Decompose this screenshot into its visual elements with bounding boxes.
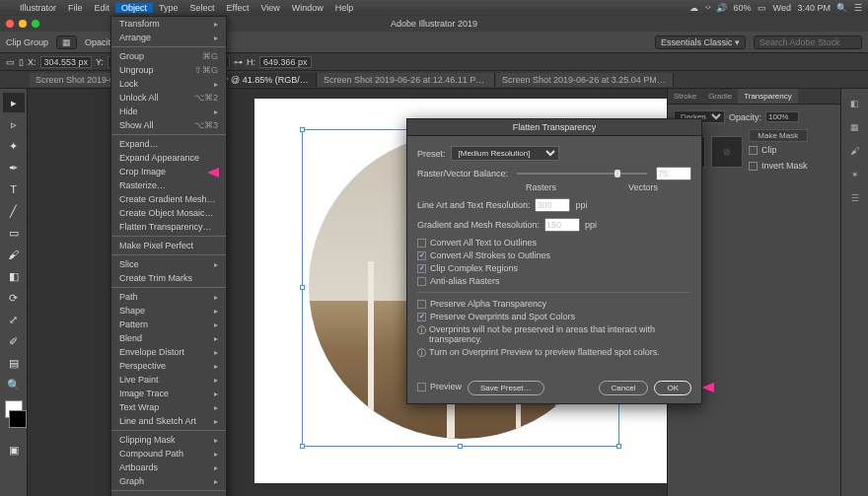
- menuitem-expand-appearance: Expand Appearance: [111, 151, 226, 165]
- menu-window[interactable]: Window: [286, 3, 329, 13]
- menu-object[interactable]: Object: [115, 3, 153, 13]
- magic-wand-tool[interactable]: ✦: [3, 136, 25, 156]
- scale-tool[interactable]: ⤢: [3, 310, 25, 329]
- menuitem-create-object-mosaic-[interactable]: Create Object Mosaic…: [111, 206, 226, 220]
- menuitem-create-gradient-mesh-[interactable]: Create Gradient Mesh…: [111, 192, 226, 206]
- brush-tool[interactable]: 🖌: [3, 245, 25, 264]
- menuitem-image-trace[interactable]: Image Trace: [111, 387, 226, 400]
- menu-view[interactable]: View: [254, 3, 285, 13]
- make-mask-button[interactable]: Make Mask: [749, 129, 808, 142]
- ok-button[interactable]: OK: [654, 381, 691, 395]
- menuitem-hide[interactable]: Hide: [111, 105, 226, 118]
- menuitem-expand-[interactable]: Expand…: [111, 137, 226, 151]
- type-tool[interactable]: T: [3, 179, 25, 199]
- menu-file[interactable]: File: [62, 3, 89, 13]
- convert-strokes-checkbox[interactable]: ✓: [417, 251, 426, 260]
- doc-tab[interactable]: Screen Shot 2019-06-26 at 12.46.11 PM.pn…: [318, 73, 495, 87]
- preserve-alpha-checkbox[interactable]: [417, 300, 426, 309]
- invert-checkbox[interactable]: [749, 162, 758, 171]
- rotate-tool[interactable]: ⟳: [3, 288, 25, 308]
- menuitem-live-paint[interactable]: Live Paint: [111, 373, 226, 387]
- antialias-checkbox[interactable]: [417, 277, 426, 286]
- eraser-tool[interactable]: ◧: [3, 266, 25, 286]
- menuitem-arrange[interactable]: Arrange: [111, 31, 226, 44]
- menuitem-path[interactable]: Path: [111, 290, 226, 304]
- menu-illustrator[interactable]: Illustrator: [14, 3, 62, 13]
- preserve-overprints-checkbox[interactable]: ✓: [417, 313, 426, 321]
- opacity-field[interactable]: [765, 111, 799, 122]
- workspace-switcher[interactable]: Essentials Classic ▾: [655, 35, 746, 49]
- lineart-res-field[interactable]: [535, 198, 570, 212]
- menuitem-group[interactable]: Group⌘G: [111, 49, 226, 63]
- info-icon: ⓘ: [417, 324, 426, 344]
- menuitem-make-pixel-perfect[interactable]: Make Pixel Perfect: [111, 239, 226, 252]
- tool-panel: ▸ ▹ ✦ ✒ T ╱ ▭ 🖌 ◧ ⟳ ⤢ ✐ ▤ 🔍 ▣: [0, 89, 28, 496]
- menuitem-pattern[interactable]: Pattern: [111, 318, 226, 331]
- menuitem-text-wrap[interactable]: Text Wrap: [111, 400, 226, 414]
- h-field[interactable]: 649.366 px: [259, 56, 312, 68]
- menu-effect[interactable]: Effect: [221, 3, 255, 13]
- battery-icon: ▭: [758, 3, 766, 13]
- preview-checkbox[interactable]: [417, 383, 426, 391]
- panel-tab-transparency[interactable]: Transparency: [738, 89, 798, 104]
- menuitem-lock[interactable]: Lock: [111, 77, 226, 91]
- menuitem-envelope-distort[interactable]: Envelope Distort: [111, 345, 226, 359]
- selection-tool[interactable]: ▸: [3, 93, 25, 112]
- mask-thumb[interactable]: ⊘: [711, 136, 743, 168]
- layers-icon[interactable]: ☰: [846, 189, 864, 207]
- doc-tab[interactable]: Screen Shot 2019-06-26 at 3.25.04 PM.png…: [496, 73, 674, 87]
- clip-regions-checkbox[interactable]: ✓: [417, 264, 426, 273]
- screen-mode[interactable]: ▣: [3, 440, 25, 460]
- callout-arrow-icon: [207, 168, 219, 177]
- balance-slider[interactable]: [517, 173, 647, 175]
- panel-tab-gradient[interactable]: Gradie: [702, 89, 738, 104]
- gradient-tool[interactable]: ▤: [3, 353, 25, 373]
- line-tool[interactable]: ╱: [3, 201, 25, 221]
- cancel-button[interactable]: Cancel: [599, 381, 649, 395]
- menu-edit[interactable]: Edit: [89, 3, 116, 13]
- preset-select[interactable]: [Medium Resolution]: [451, 146, 559, 161]
- menuitem-compound-path[interactable]: Compound Path: [111, 447, 226, 461]
- brushes-icon[interactable]: 🖌: [846, 142, 864, 160]
- menuitem-transform[interactable]: Transform: [111, 17, 226, 31]
- x-field[interactable]: 304.553 px: [40, 56, 93, 68]
- gradient-res-field[interactable]: [544, 218, 580, 232]
- zoom-tool[interactable]: 🔍: [3, 375, 25, 394]
- y-label: Y:: [96, 57, 104, 67]
- menuitem-graph[interactable]: Graph: [111, 474, 226, 488]
- notification-icon[interactable]: ☰: [854, 3, 862, 13]
- swatches-icon[interactable]: ▦: [846, 118, 864, 136]
- save-preset-button[interactable]: Save Preset…: [468, 381, 544, 395]
- menuitem-flatten-transparency-[interactable]: Flatten Transparency…: [111, 220, 226, 234]
- clip-checkbox[interactable]: [749, 146, 758, 155]
- color-icon[interactable]: ◧: [846, 95, 864, 112]
- menu-type[interactable]: Type: [153, 3, 184, 13]
- x-label: X:: [28, 57, 36, 67]
- menuitem-shape[interactable]: Shape: [111, 304, 226, 318]
- menuitem-artboards[interactable]: Artboards: [111, 461, 226, 474]
- direct-selection-tool[interactable]: ▹: [3, 114, 25, 134]
- traffic-lights[interactable]: [6, 20, 39, 28]
- fill-swatch[interactable]: ▦: [56, 35, 77, 49]
- menuitem-perspective[interactable]: Perspective: [111, 359, 226, 373]
- search-icon[interactable]: 🔍: [836, 3, 847, 13]
- stroke-color[interactable]: [9, 410, 27, 428]
- panel-tab-stroke[interactable]: Stroke: [668, 89, 702, 104]
- menuitem-create-trim-marks[interactable]: Create Trim Marks: [111, 271, 226, 285]
- menuitem-rasterize-[interactable]: Rasterize…: [111, 178, 226, 192]
- menu-select[interactable]: Select: [184, 3, 221, 13]
- symbols-icon[interactable]: ✶: [846, 166, 864, 183]
- convert-text-checkbox[interactable]: [417, 239, 426, 248]
- search-stock[interactable]: [754, 35, 862, 49]
- rectangle-tool[interactable]: ▭: [3, 223, 25, 243]
- battery-level: 60%: [734, 3, 752, 13]
- pen-tool[interactable]: ✒: [3, 158, 25, 177]
- menu-help[interactable]: Help: [329, 3, 360, 13]
- balance-field[interactable]: [656, 167, 691, 180]
- menuitem-slice[interactable]: Slice: [111, 257, 226, 271]
- menuitem-line-and-sketch-art[interactable]: Line and Sketch Art: [111, 414, 226, 428]
- menuitem-blend[interactable]: Blend: [111, 331, 226, 345]
- eyedropper-tool[interactable]: ✐: [3, 331, 25, 351]
- menuitem-unlock-all: Unlock All⌥⌘2: [111, 91, 226, 105]
- menuitem-clipping-mask[interactable]: Clipping Mask: [111, 433, 226, 447]
